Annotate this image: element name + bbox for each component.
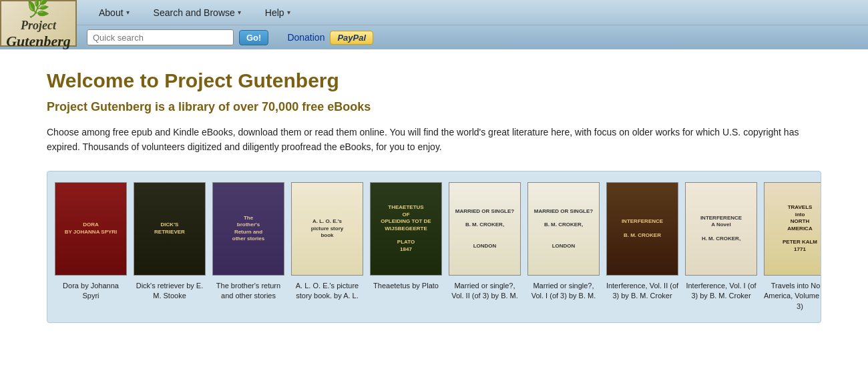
nav-about-arrow: ▾ xyxy=(126,9,130,16)
logo-swirl: 🌿 xyxy=(27,0,50,19)
welcome-title: Welcome to Project Gutenberg xyxy=(47,69,821,92)
book-cover-married2[interactable]: MARRIED OR SINGLE?B. M. CROKER,LONDON xyxy=(449,182,521,276)
book-title-interference1: Interference, Vol. I (of 3) by B. M. Cro… xyxy=(684,281,758,302)
book-cover-text-brother: Thebrother'sReturn andother stories xyxy=(232,215,264,243)
book-cover-text-dicks: DICK'SRETRIEVER xyxy=(154,222,185,236)
description: Choose among free epub and Kindle eBooks… xyxy=(47,125,821,155)
book-cover-text-dora: DORABY JOHANNA SPYRI xyxy=(65,222,118,236)
book-title-married1: Married or single?, Vol. I (of 3) by B. … xyxy=(527,281,600,302)
book-cover-interference2[interactable]: INTERFERENCEB. M. CROKER xyxy=(606,182,678,276)
book-cover-text-interference2: INTERFERENCEB. M. CROKER xyxy=(622,218,663,239)
book-item-travels: TRAVELSintoNORTHAMERICAPETER KALM1771Tra… xyxy=(763,182,821,312)
logo-gutenberg-text: Gutenberg xyxy=(6,33,71,50)
book-cover-dora[interactable]: DORABY JOHANNA SPYRI xyxy=(55,182,127,276)
book-title-aloe: A. L. O. E.'s picture story book. by A. … xyxy=(290,281,364,302)
book-cover-married1[interactable]: MARRIED OR SINGLE?B. M. CROKER,LONDON xyxy=(527,182,600,276)
nav-search-browse-arrow: ▾ xyxy=(238,9,241,16)
book-item-theaetetus: THEAETETUSOFOPLEIDING TOT DEWIJSBEGEERTE… xyxy=(369,182,443,312)
book-item-married2: MARRIED OR SINGLE?B. M. CROKER,LONDONMar… xyxy=(448,182,521,312)
nav-search-browse-label: Search and Browse xyxy=(154,7,235,18)
nav-about[interactable]: About ▾ xyxy=(87,3,142,22)
book-title-married2: Married or single?, Vol. II (of 3) by B.… xyxy=(448,281,521,302)
subtitle: Project Gutenberg is a library of over 7… xyxy=(47,100,821,114)
header-top: About ▾ Search and Browse ▾ Help ▾ xyxy=(0,0,868,25)
book-cover-theaetetus[interactable]: THEAETETUSOFOPLEIDING TOT DEWIJSBEGEERTE… xyxy=(370,182,442,276)
search-input[interactable] xyxy=(87,29,234,45)
book-carousel: DORABY JOHANNA SPYRIDora by Johanna Spyr… xyxy=(47,171,821,323)
main-content: Welcome to Project Gutenberg Project Gut… xyxy=(0,49,868,336)
book-cover-text-interference1: INTERFERENCEA NovelH. M. CROKER, xyxy=(700,215,742,243)
nav-help[interactable]: Help ▾ xyxy=(253,3,302,22)
book-item-aloe: A. L. O. E.'spicture storybookA. L. O. E… xyxy=(290,182,364,312)
nav-help-arrow: ▾ xyxy=(287,9,290,16)
go-button[interactable]: Go! xyxy=(239,30,268,45)
book-cover-text-married1: MARRIED OR SINGLE?B. M. CROKER,LONDON xyxy=(534,208,593,250)
book-item-interference1: INTERFERENCEA NovelH. M. CROKER,Interfer… xyxy=(684,182,758,312)
paypal-button[interactable]: PayPal xyxy=(330,31,373,45)
book-cover-brother[interactable]: Thebrother'sReturn andother stories xyxy=(212,182,284,276)
book-title-interference2: Interference, Vol. II (of 3) by B. M. Cr… xyxy=(606,281,679,302)
book-cover-dicks[interactable]: DICK'SRETRIEVER xyxy=(134,182,206,276)
logo-project-text: Project xyxy=(21,19,56,33)
book-cover-text-aloe: A. L. O. E.'spicture storybook xyxy=(311,218,343,239)
nav-help-label: Help xyxy=(265,7,284,18)
donation-link[interactable]: Donation xyxy=(287,32,324,43)
book-item-married1: MARRIED OR SINGLE?B. M. CROKER,LONDONMar… xyxy=(527,182,600,312)
book-title-dicks: Dick's retriever by E. M. Stooke xyxy=(133,281,206,302)
book-title-travels: Travels into North America, Volume 2 (of… xyxy=(763,281,821,312)
nav-search-browse[interactable]: Search and Browse ▾ xyxy=(142,3,253,22)
header-bottom: Go! Donation PayPal xyxy=(0,25,868,49)
book-cover-interference1[interactable]: INTERFERENCEA NovelH. M. CROKER, xyxy=(685,182,757,276)
book-item-interference2: INTERFERENCEB. M. CROKERInterference, Vo… xyxy=(606,182,679,312)
book-cover-aloe[interactable]: A. L. O. E.'spicture storybook xyxy=(291,182,363,276)
main-nav: About ▾ Search and Browse ▾ Help ▾ xyxy=(87,3,302,22)
book-item-brother: Thebrother'sReturn andother storiesThe b… xyxy=(212,182,285,312)
book-item-dicks: DICK'SRETRIEVERDick's retriever by E. M.… xyxy=(133,182,206,312)
book-title-theaetetus: Theaetetus by Plato xyxy=(373,281,439,291)
book-cover-travels[interactable]: TRAVELSintoNORTHAMERICAPETER KALM1771 xyxy=(764,182,821,276)
nav-about-label: About xyxy=(99,7,124,18)
book-title-brother: The brother's return and other stories xyxy=(212,281,285,302)
book-title-dora: Dora by Johanna Spyri xyxy=(54,281,128,302)
book-cover-text-travels: TRAVELSintoNORTHAMERICAPETER KALM1771 xyxy=(783,204,817,253)
book-item-dora: DORABY JOHANNA SPYRIDora by Johanna Spyr… xyxy=(54,182,128,312)
site-logo[interactable]: 🌿 Project Gutenberg xyxy=(0,0,77,47)
book-cover-text-married2: MARRIED OR SINGLE?B. M. CROKER,LONDON xyxy=(455,208,514,250)
book-cover-text-theaetetus: THEAETETUSOFOPLEIDING TOT DEWIJSBEGEERTE… xyxy=(381,204,431,253)
